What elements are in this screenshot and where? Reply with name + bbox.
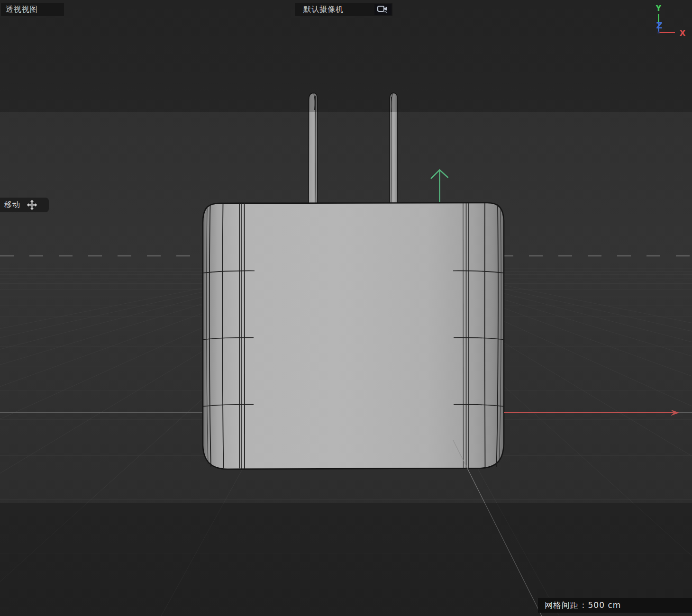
gizmo-y-label: Y — [655, 3, 662, 13]
camera-icon — [376, 4, 390, 15]
camera-name-text: 默认摄像机 — [295, 5, 344, 15]
gizmo-x-label: X — [679, 28, 685, 38]
camera-selector[interactable]: 默认摄像机 — [295, 3, 392, 16]
grid-spacing-text: 网格间距 : 500 cm — [545, 600, 621, 611]
view-mode-label[interactable]: 透视视图 — [1, 3, 64, 16]
gizmo-z-label: Z — [656, 20, 662, 30]
grid-spacing-status: 网格间距 : 500 cm — [538, 598, 692, 613]
axis-orientation-gizmo: Y Z X — [648, 1, 692, 42]
active-tool-indicator[interactable]: 移动 — [0, 198, 49, 212]
letterbox-top — [0, 0, 692, 112]
viewport[interactable]: 透视视图 默认摄像机 移动 网格间距 : 500 cm — [0, 0, 692, 616]
view-mode-text: 透视视图 — [6, 5, 38, 15]
move-arrows-icon — [26, 199, 38, 211]
charger-body[interactable] — [203, 203, 504, 469]
active-tool-text: 移动 — [0, 200, 20, 210]
camera-icon-button[interactable] — [374, 4, 392, 15]
viewport-canvas[interactable] — [0, 0, 692, 616]
